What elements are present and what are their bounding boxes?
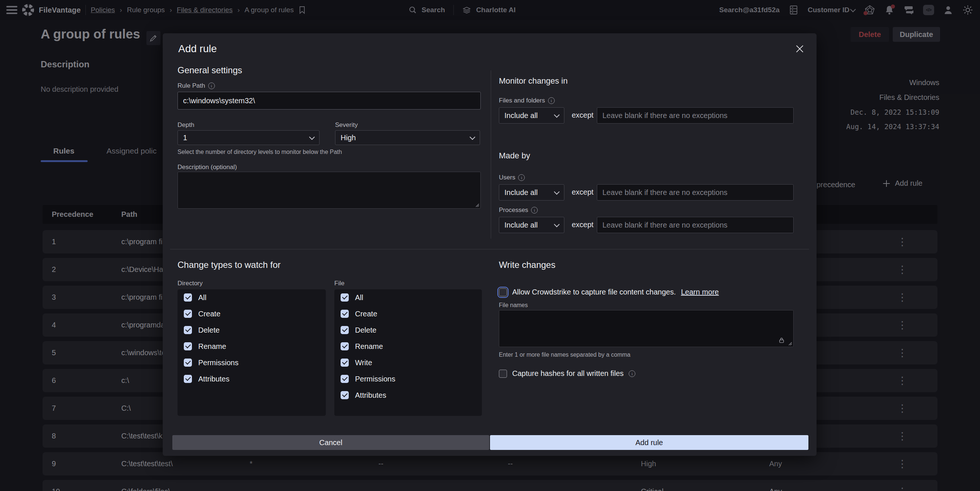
- change-type-label: Permissions: [355, 375, 395, 383]
- users-exceptions-input[interactable]: [597, 184, 794, 201]
- checkbox-checked-icon[interactable]: [184, 310, 192, 318]
- checkbox-checked-icon[interactable]: [340, 293, 349, 301]
- checkbox-checked-icon[interactable]: [340, 342, 349, 351]
- learn-more-link[interactable]: Learn more: [681, 288, 719, 297]
- change-type-label: Permissions: [198, 359, 239, 367]
- severity-select[interactable]: High: [335, 130, 480, 145]
- add-rule-modal: Add rule General settings Rule Path Dept…: [163, 33, 816, 456]
- users-include-select[interactable]: Include all: [499, 184, 564, 201]
- rule-path-input[interactable]: [178, 92, 481, 110]
- screen: FileVantage Policies Rule groups Files &…: [0, 0, 980, 491]
- section-divider: [170, 249, 809, 249]
- checkbox-checked-icon[interactable]: [184, 359, 192, 367]
- change-type-label: Delete: [355, 326, 377, 335]
- lock-icon: [778, 337, 785, 343]
- processes-include-select[interactable]: Include all: [499, 217, 564, 233]
- file-change-types-list: All Create Delete Rename: [334, 289, 482, 416]
- chevron-down-icon: [554, 112, 560, 118]
- files-folders-include-select[interactable]: Include all: [499, 107, 564, 124]
- rule-path-label-text: Rule Path: [178, 82, 205, 89]
- change-type-label: Attributes: [355, 391, 386, 400]
- checkbox-checked-icon[interactable]: [340, 359, 349, 367]
- change-type-label: Create: [198, 310, 220, 318]
- column-divider: [491, 70, 491, 239]
- files-folders-label: Files and folders: [499, 97, 555, 104]
- modal-title: Add rule: [178, 43, 217, 55]
- allow-capture-row: Allow Crowdstrike to capture file conten…: [499, 288, 719, 297]
- change-type-label: All: [355, 293, 363, 302]
- change-type-label: All: [198, 293, 206, 302]
- info-icon[interactable]: [208, 83, 215, 89]
- change-type-option[interactable]: Delete: [178, 322, 326, 338]
- checkbox-checked-icon[interactable]: [340, 310, 349, 318]
- change-type-option[interactable]: Create: [334, 306, 482, 322]
- change-type-option[interactable]: All: [334, 289, 482, 306]
- processes-exceptions-input[interactable]: [597, 217, 794, 233]
- depth-label: Depth: [178, 121, 194, 129]
- change-types-heading: Change types to watch for: [178, 260, 281, 270]
- modal-description-field: [178, 172, 481, 209]
- change-type-option[interactable]: Create: [178, 306, 326, 322]
- include-value: Include all: [504, 188, 538, 197]
- severity-label: Severity: [335, 121, 358, 129]
- file-names-helper: Enter 1 or more file names separated by …: [499, 351, 630, 359]
- files-folders-label-text: Files and folders: [499, 97, 545, 104]
- allow-capture-checkbox[interactable]: [499, 288, 507, 297]
- change-type-option[interactable]: Permissions: [334, 371, 482, 387]
- modal-description-label: Description (optional): [178, 164, 237, 171]
- change-type-option[interactable]: Rename: [334, 338, 482, 354]
- file-names-label: File names: [499, 302, 528, 309]
- capture-hashes-label: Capture hashes for all written files: [512, 369, 624, 378]
- capture-hashes-checkbox[interactable]: [499, 370, 507, 378]
- write-changes-heading: Write changes: [499, 260, 555, 270]
- made-by-heading: Made by: [499, 151, 530, 161]
- except-label: except: [572, 220, 593, 229]
- processes-label-text: Processes: [499, 206, 528, 214]
- change-type-option[interactable]: Attributes: [334, 387, 482, 403]
- checkbox-checked-icon[interactable]: [184, 375, 192, 383]
- change-type-option[interactable]: Permissions: [178, 354, 326, 371]
- info-icon[interactable]: [629, 370, 635, 377]
- checkbox-checked-icon[interactable]: [340, 326, 349, 334]
- change-type-option[interactable]: All: [178, 289, 326, 306]
- chevron-down-icon: [309, 134, 315, 140]
- chevron-down-icon: [470, 134, 476, 140]
- checkbox-checked-icon[interactable]: [184, 293, 192, 301]
- change-type-label: Write: [355, 359, 372, 367]
- info-icon[interactable]: [518, 174, 525, 181]
- change-type-label: Create: [355, 310, 377, 318]
- capture-hashes-row: Capture hashes for all written files: [499, 369, 635, 378]
- users-label-text: Users: [499, 174, 515, 181]
- cancel-button[interactable]: Cancel: [172, 435, 489, 450]
- files-folders-exceptions-input[interactable]: [597, 107, 794, 124]
- except-label: except: [572, 188, 593, 196]
- checkbox-checked-icon[interactable]: [184, 342, 192, 351]
- include-value: Include all: [504, 221, 538, 230]
- depth-helper-text: Select the number of directory levels to…: [178, 148, 399, 156]
- info-icon[interactable]: [548, 97, 555, 104]
- checkbox-checked-icon[interactable]: [340, 375, 349, 383]
- info-icon[interactable]: [531, 207, 538, 214]
- include-value: Include all: [504, 112, 538, 120]
- change-type-option[interactable]: Write: [334, 354, 482, 371]
- change-type-option[interactable]: Delete: [334, 322, 482, 338]
- description-textarea[interactable]: [178, 172, 481, 209]
- change-type-option[interactable]: Rename: [178, 338, 326, 354]
- file-names-field: [499, 310, 794, 347]
- depth-value: 1: [183, 134, 187, 142]
- rule-path-label: Rule Path: [178, 82, 215, 89]
- add-rule-submit-button[interactable]: Add rule: [490, 435, 808, 450]
- change-type-label: Attributes: [198, 375, 229, 383]
- file-names-textarea[interactable]: [499, 310, 794, 347]
- checkbox-checked-icon[interactable]: [340, 391, 349, 399]
- change-type-label: Rename: [198, 342, 226, 351]
- change-type-option[interactable]: Attributes: [178, 371, 326, 387]
- checkbox-checked-icon[interactable]: [184, 326, 192, 334]
- users-label: Users: [499, 174, 525, 181]
- change-type-label: Delete: [198, 326, 220, 335]
- directory-change-types-list: All Create Delete Rename: [178, 289, 326, 416]
- close-icon[interactable]: [792, 41, 807, 56]
- processes-label: Processes: [499, 206, 538, 214]
- depth-select[interactable]: 1: [178, 130, 320, 145]
- chevron-down-icon: [554, 189, 560, 194]
